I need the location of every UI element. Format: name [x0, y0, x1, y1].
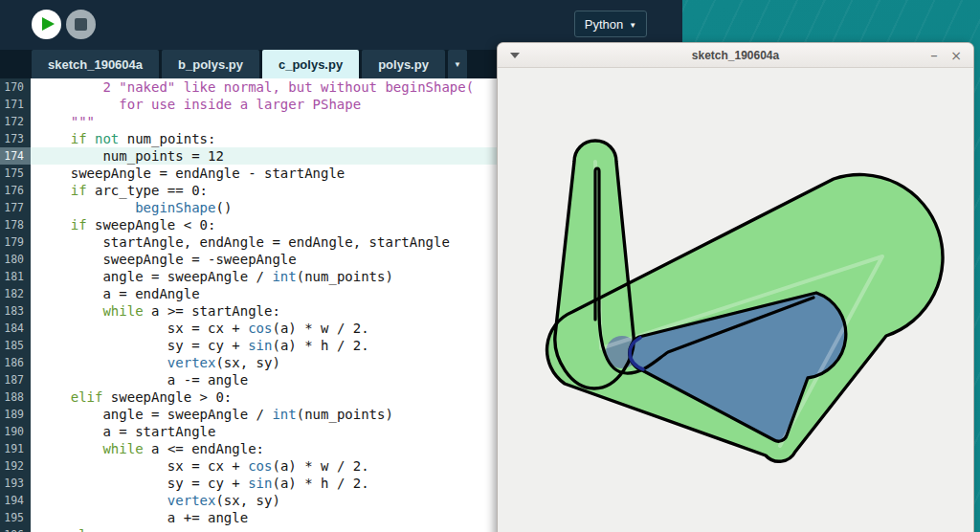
line-number: 174 — [0, 147, 31, 165]
line-number: 186 — [0, 354, 31, 371]
line-number: 173 — [0, 130, 31, 147]
line-number: 189 — [0, 406, 31, 423]
minimize-button[interactable]: – — [924, 43, 945, 68]
mode-label: Python — [585, 17, 623, 32]
sketch-drawing — [498, 68, 973, 532]
line-number: 188 — [0, 388, 31, 406]
line-number: 196 — [0, 526, 31, 532]
line-number: 181 — [0, 268, 31, 285]
line-number: 191 — [0, 440, 31, 457]
line-number: 190 — [0, 423, 31, 440]
mode-selector-button[interactable]: Python ▼ — [574, 11, 647, 37]
tab-sketch_190604a[interactable]: sketch_190604a — [32, 50, 159, 78]
line-number: 183 — [0, 302, 31, 320]
sketch-canvas — [498, 68, 973, 532]
tab-c_polys.py[interactable]: c_polys.py — [262, 50, 359, 78]
sketch-window-titlebar[interactable]: sketch_190604a – × — [498, 43, 973, 68]
line-number: 172 — [0, 113, 31, 130]
line-number: 195 — [0, 509, 31, 526]
line-number: 187 — [0, 371, 31, 388]
run-button[interactable] — [32, 10, 61, 39]
window-menu-icon[interactable] — [510, 53, 520, 58]
sketch-window-title: sketch_190604a — [692, 49, 779, 62]
tab-menu-button[interactable]: ▼ — [448, 50, 467, 78]
line-number: 171 — [0, 96, 31, 113]
stop-icon — [75, 18, 87, 31]
line-number: 185 — [0, 337, 31, 354]
line-number: 193 — [0, 475, 31, 492]
line-number: 177 — [0, 199, 31, 216]
line-number: 180 — [0, 251, 31, 268]
line-number: 192 — [0, 457, 31, 475]
line-number: 182 — [0, 285, 31, 302]
line-number: 176 — [0, 182, 31, 199]
tab-b_polys.py[interactable]: b_polys.py — [162, 50, 259, 78]
play-icon — [42, 17, 55, 31]
line-number: 179 — [0, 233, 31, 251]
stop-button[interactable] — [66, 10, 96, 39]
line-number: 175 — [0, 165, 31, 182]
line-number: 184 — [0, 320, 31, 337]
line-number: 170 — [0, 78, 31, 96]
tab-polys.py[interactable]: polys.py — [362, 50, 445, 78]
sketch-output-window: sketch_190604a – × — [497, 42, 974, 532]
line-number: 194 — [0, 492, 31, 509]
chevron-down-icon: ▼ — [629, 21, 636, 30]
line-number: 178 — [0, 216, 31, 233]
close-button[interactable]: × — [946, 43, 967, 68]
